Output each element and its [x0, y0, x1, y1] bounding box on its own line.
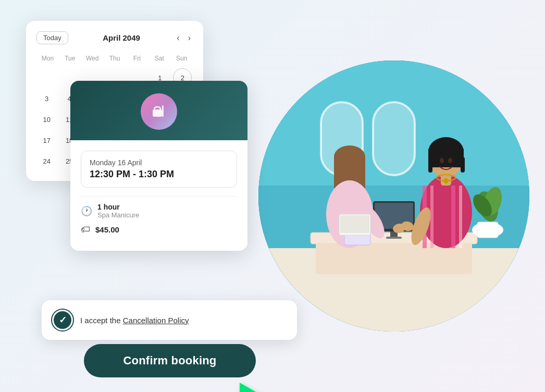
booking-card: Monday 16 April 12:30 PM - 1:30 PM 🕐 1 h…: [70, 81, 247, 251]
booking-duration-row: 🕐 1 hour Spa Manicure: [81, 203, 237, 219]
nav-arrows: ‹ ›: [175, 33, 193, 43]
day-sun: Sun: [170, 53, 193, 64]
confirm-booking-button[interactable]: Confirm booking: [84, 344, 256, 377]
svg-point-30: [448, 158, 452, 163]
svg-point-29: [440, 158, 444, 163]
day-wed: Wed: [81, 53, 104, 64]
policy-text-before: I accept the: [80, 316, 121, 325]
service-icon: [150, 102, 168, 121]
photo-circle: [258, 60, 529, 332]
svg-point-33: [443, 178, 449, 183]
day-fri: Fri: [126, 53, 148, 64]
day-tue: Tue: [59, 53, 81, 64]
svg-rect-26: [428, 149, 464, 167]
svg-rect-22: [459, 186, 462, 248]
booking-divider: [81, 196, 237, 197]
day-thu: Thu: [104, 53, 126, 64]
booking-card-body: Monday 16 April 12:30 PM - 1:30 PM 🕐 1 h…: [70, 140, 247, 251]
prev-month-button[interactable]: ‹: [175, 33, 181, 43]
svg-rect-20: [430, 186, 433, 248]
svg-rect-46: [162, 105, 164, 108]
cal-cell-3[interactable]: 3: [38, 89, 56, 108]
svg-rect-27: [428, 157, 432, 173]
svg-rect-44: [153, 109, 162, 117]
day-sat: Sat: [148, 53, 170, 64]
checkmark-icon: ✓: [59, 314, 67, 326]
booking-price: $45.00: [95, 225, 119, 234]
booking-card-header: [70, 81, 247, 140]
service-icon-circle: [141, 93, 177, 130]
scene: Today April 2049 ‹ › Mon Tue Wed Thu Fri…: [0, 0, 545, 392]
svg-rect-43: [340, 215, 369, 233]
svg-rect-35: [477, 222, 498, 238]
booking-date: Monday 16 April: [90, 158, 228, 167]
svg-rect-28: [461, 157, 465, 173]
cal-cell-10[interactable]: 10: [38, 110, 56, 129]
cancellation-policy-link[interactable]: Cancellation Policy: [123, 316, 189, 325]
check-circle: ✓: [52, 310, 73, 330]
cal-cell-17[interactable]: 17: [38, 131, 56, 150]
calendar-day-headers: Mon Tue Wed Thu Fri Sat Sun: [36, 53, 193, 64]
booking-price-row: 🏷 $45.00: [81, 224, 237, 235]
svg-rect-3: [373, 102, 415, 175]
day-mon: Mon: [36, 53, 59, 64]
cal-cell-24[interactable]: 24: [38, 152, 56, 170]
clock-icon: 🕐: [81, 205, 92, 217]
policy-card: ✓ I accept the Cancellation Policy: [42, 300, 297, 340]
calendar-header: Today April 2049 ‹ ›: [36, 31, 193, 44]
svg-rect-10: [386, 237, 402, 239]
salon-svg: [258, 60, 529, 332]
month-title: April 2049: [103, 33, 140, 42]
booking-duration: 1 hour: [97, 203, 139, 211]
svg-rect-21: [451, 186, 455, 248]
today-button[interactable]: Today: [36, 31, 68, 44]
booking-time: 12:30 PM - 1:30 PM: [90, 169, 228, 180]
policy-text: I accept the Cancellation Policy: [80, 316, 189, 325]
next-month-button[interactable]: ›: [186, 33, 193, 43]
booking-service: Spa Manicure: [97, 211, 139, 219]
booking-date-box: Monday 16 April 12:30 PM - 1:30 PM: [81, 151, 237, 188]
tag-icon: 🏷: [81, 224, 90, 235]
arrow-shape: [240, 383, 259, 392]
